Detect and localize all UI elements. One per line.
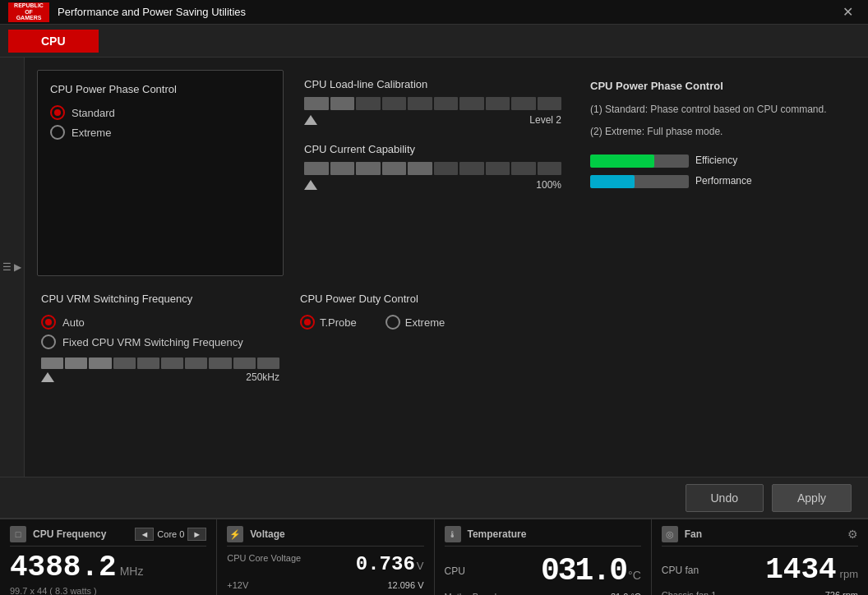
duty-extreme[interactable]: Extreme bbox=[386, 315, 445, 330]
cpu-power-phase-title: CPU Power Phase Control bbox=[50, 83, 270, 95]
radio-extreme-label: Extreme bbox=[72, 127, 111, 139]
cpu-power-duty-title: CPU Power Duty Control bbox=[300, 293, 566, 305]
seg6 bbox=[434, 97, 459, 110]
radio-standard-label: Standard bbox=[72, 107, 115, 119]
duty-extreme-label: Extreme bbox=[405, 316, 445, 329]
vrm-radio-fixed[interactable]: Fixed CPU VRM Switching Frequency bbox=[41, 334, 279, 349]
vrm-radio-auto-label: Auto bbox=[62, 316, 85, 329]
cpu-current-cap-title: CPU Current Capability bbox=[304, 143, 561, 155]
seg3 bbox=[356, 97, 381, 110]
cpu-vrm-title: CPU VRM Switching Frequency bbox=[41, 293, 279, 305]
radio-standard[interactable]: Standard bbox=[50, 105, 270, 120]
vrm-seg9 bbox=[233, 357, 256, 369]
temp-main-row: CPU 031.0 °C bbox=[445, 553, 641, 588]
action-bar: Undo Apply bbox=[0, 477, 868, 518]
legend-performance-fill bbox=[590, 175, 635, 188]
desc-title: CPU Power Phase Control bbox=[590, 78, 847, 95]
temp-unit: °C bbox=[628, 569, 641, 582]
legend-efficiency: Efficiency bbox=[590, 153, 847, 168]
vrm-radio-fixed-circle[interactable] bbox=[41, 334, 56, 349]
cpu-loadline-thumb[interactable] bbox=[304, 115, 317, 125]
cc-seg9 bbox=[511, 162, 536, 175]
duty-extreme-circle[interactable] bbox=[386, 315, 400, 330]
legend-efficiency-label: Efficiency bbox=[695, 153, 737, 168]
vrm-seg1 bbox=[41, 357, 63, 369]
temp-mb-label: MotherBoard bbox=[445, 592, 497, 595]
fan-panel: ◎ Fan ⚙ CPU fan 1434 rpm Chassis fan 1 7… bbox=[652, 519, 868, 595]
radio-extreme[interactable]: Extreme bbox=[50, 125, 270, 140]
sidebar-toggle-icon: ☰ ▶ bbox=[2, 261, 21, 273]
fan-icon: ◎ bbox=[662, 526, 678, 542]
tab-bar: CPU bbox=[0, 25, 868, 58]
cpu-current-thumb[interactable] bbox=[304, 180, 317, 190]
rog-logo: REPUBLICOFGAMERS bbox=[8, 2, 49, 22]
vrm-seg5 bbox=[137, 357, 159, 369]
fan-main-label: CPU fan bbox=[662, 565, 699, 576]
cpu-loadline-title: CPU Load-line Calibration bbox=[304, 78, 561, 90]
vrm-value: 250kHz bbox=[246, 371, 279, 383]
cc-seg1 bbox=[304, 162, 329, 175]
apply-button[interactable]: Apply bbox=[772, 484, 852, 512]
fan-chassis1-row: Chassis fan 1 726 rpm bbox=[662, 590, 858, 595]
voltage-icon: ⚡ bbox=[227, 526, 243, 542]
freq-sub-row: 99.7 x 44 ( 8.3 watts ) bbox=[10, 586, 206, 595]
cpu-loadline-slider-segments bbox=[304, 97, 561, 110]
temperature-panel: 🌡 Temperature CPU 031.0 °C MotherBoard 3… bbox=[435, 519, 652, 595]
legend-efficiency-bar bbox=[590, 155, 689, 168]
temp-mb-val: 31.0 °C bbox=[611, 592, 641, 595]
temperature-icon: 🌡 bbox=[445, 526, 461, 542]
cc-seg2 bbox=[330, 162, 355, 175]
cpu-power-duty-section: CPU Power Duty Control T.Probe Extreme bbox=[296, 288, 570, 464]
seg1 bbox=[304, 97, 329, 110]
fan-gear-icon[interactable]: ⚙ bbox=[847, 528, 858, 541]
bottom-panels: □ CPU Frequency ◄ Core 0 ► 4388.2 MHz 99… bbox=[0, 518, 868, 595]
undo-button[interactable]: Undo bbox=[686, 484, 764, 512]
fan-chassis1-label: Chassis fan 1 bbox=[662, 590, 717, 595]
volt-12v-label: +12V bbox=[227, 580, 248, 590]
cpu-phase-description: CPU Power Phase Control (1) Standard: Ph… bbox=[582, 70, 856, 464]
radio-extreme-circle[interactable] bbox=[50, 125, 65, 140]
temp-header: 🌡 Temperature bbox=[445, 526, 641, 547]
vrm-slider-segments bbox=[41, 357, 279, 369]
vrm-radio-auto-circle[interactable] bbox=[41, 315, 56, 330]
vrm-seg2 bbox=[65, 357, 87, 369]
content-area: CPU Power Phase Control Standard Extreme… bbox=[25, 58, 868, 477]
freq-core-label: Core 0 bbox=[157, 529, 184, 539]
freq-nav: ◄ Core 0 ► bbox=[135, 528, 206, 541]
cpu-loadline-section: CPU Load-line Calibration Level 2 CPU Cu… bbox=[296, 70, 570, 276]
fan-title: Fan bbox=[685, 528, 702, 540]
desc-line2: (2) Extreme: Full phase mode. bbox=[590, 124, 847, 140]
legend-performance-bar bbox=[590, 175, 689, 188]
duty-tprobe-circle[interactable] bbox=[300, 315, 315, 330]
fan-big-value: 1434 bbox=[765, 553, 836, 587]
vrm-radio-auto[interactable]: Auto bbox=[41, 315, 279, 330]
freq-header: □ CPU Frequency ◄ Core 0 ► bbox=[10, 526, 206, 547]
tab-cpu[interactable]: CPU bbox=[8, 30, 99, 53]
radio-standard-circle[interactable] bbox=[50, 105, 65, 120]
seg10 bbox=[538, 97, 562, 110]
volt-core-row: CPU Core Voltage 0.736 V bbox=[227, 553, 423, 575]
cc-seg7 bbox=[459, 162, 484, 175]
sidebar-toggle[interactable]: ☰ ▶ bbox=[0, 58, 25, 477]
seg2 bbox=[330, 97, 355, 110]
cpu-loadline-value: Level 2 bbox=[529, 114, 561, 126]
volt-title: Voltage bbox=[250, 528, 284, 540]
vrm-radio-fixed-label: Fixed CPU VRM Switching Frequency bbox=[62, 336, 243, 348]
fan-chassis1-val: 726 rpm bbox=[825, 590, 858, 595]
volt-header: ⚡ Voltage bbox=[227, 526, 423, 547]
freq-prev-btn[interactable]: ◄ bbox=[135, 528, 154, 541]
fan-unit: rpm bbox=[840, 568, 858, 580]
freq-big-value: 4388.2 bbox=[10, 553, 117, 583]
vrm-seg8 bbox=[209, 357, 231, 369]
cc-seg5 bbox=[408, 162, 432, 175]
legend-performance-label: Performance bbox=[695, 173, 752, 189]
app-title: Performance and Power Saving Utilities bbox=[58, 6, 836, 18]
volt-12v-row: +12V 12.096 V bbox=[227, 580, 423, 590]
duty-tprobe[interactable]: T.Probe bbox=[300, 315, 357, 330]
fan-header: ◎ Fan ⚙ bbox=[662, 526, 858, 547]
close-button[interactable]: ✕ bbox=[836, 2, 860, 21]
temp-title: Temperature bbox=[468, 528, 527, 540]
freq-next-btn[interactable]: ► bbox=[187, 528, 206, 541]
vrm-thumb[interactable] bbox=[41, 372, 54, 382]
cc-seg6 bbox=[434, 162, 459, 175]
